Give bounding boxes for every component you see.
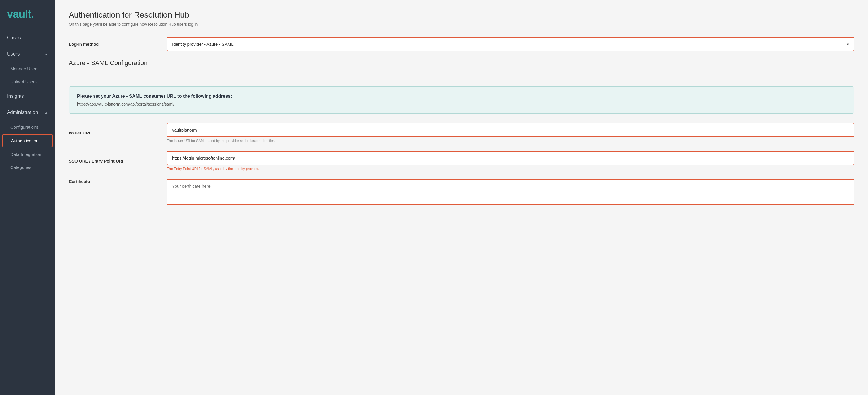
info-box-url: https://app.vaultplatform.com/api/portal… (77, 102, 846, 106)
issuer-uri-label: Issuer URI (69, 131, 167, 135)
login-method-select[interactable]: Identity provider - Azure - SAML Usernam… (167, 37, 854, 51)
issuer-uri-hint: The Issuer URI for SAML, used by the pro… (167, 139, 854, 143)
certificate-input[interactable] (167, 179, 854, 205)
certificate-row: Certificate (69, 179, 854, 206)
sso-url-row: SSO URL / Entry Point URI The Entry Poin… (69, 151, 854, 171)
sso-url-control: The Entry Point URI for SAML, used by th… (167, 151, 854, 171)
sidebar-item-insights[interactable]: Insights (0, 88, 55, 104)
issuer-uri-input[interactable] (167, 123, 854, 137)
sidebar-item-administration[interactable]: Administration ▲ (0, 104, 55, 120)
saml-section-title: Azure - SAML Configuration (69, 59, 854, 67)
chevron-up-icon: ▲ (44, 52, 48, 56)
sso-url-hint: The Entry Point URI for SAML, used by th… (167, 167, 854, 171)
info-box-title: Please set your Azure - SAML consumer UR… (77, 94, 846, 99)
login-method-control: Identity provider - Azure - SAML Usernam… (167, 37, 854, 51)
sidebar-item-label: Cases (7, 35, 21, 41)
chevron-up-icon: ▲ (44, 110, 48, 114)
saml-section: Azure - SAML Configuration Please set yo… (69, 59, 854, 206)
sidebar-item-authentication[interactable]: Authentication (2, 134, 53, 147)
main-content: Authentication for Resolution Hub On thi… (55, 0, 868, 395)
saml-info-box: Please set your Azure - SAML consumer UR… (69, 86, 854, 114)
sidebar-item-data-integration[interactable]: Data Integration (0, 148, 55, 161)
sidebar-item-label: Users (7, 51, 20, 57)
login-method-select-wrapper: Identity provider - Azure - SAML Usernam… (167, 37, 854, 51)
tab-saml-config[interactable] (69, 73, 80, 78)
page-subtitle: On this page you'll be able to configure… (69, 22, 854, 27)
sidebar-item-configurations[interactable]: Configurations (0, 120, 55, 134)
app-logo: vault. (0, 0, 55, 30)
sidebar-item-upload-users[interactable]: Upload Users (0, 75, 55, 88)
saml-tab-bar (69, 73, 854, 78)
issuer-uri-control: The Issuer URI for SAML, used by the pro… (167, 123, 854, 143)
issuer-uri-row: Issuer URI The Issuer URI for SAML, used… (69, 123, 854, 143)
login-method-label: Log-in method (69, 41, 167, 47)
page-title: Authentication for Resolution Hub (69, 10, 854, 20)
sidebar-item-manage-users[interactable]: Manage Users (0, 62, 55, 75)
sso-url-input[interactable] (167, 151, 854, 165)
certificate-label: Certificate (69, 179, 167, 184)
certificate-control (167, 179, 854, 206)
sidebar-item-cases[interactable]: Cases (0, 30, 55, 46)
sso-url-label: SSO URL / Entry Point URI (69, 159, 167, 163)
sidebar-item-categories[interactable]: Categories (0, 161, 55, 174)
sidebar: vault. Cases Users ▲ Manage Users Upload… (0, 0, 55, 395)
sidebar-item-users[interactable]: Users ▲ (0, 46, 55, 62)
sidebar-item-label: Administration (7, 110, 38, 115)
login-method-row: Log-in method Identity provider - Azure … (69, 37, 854, 51)
sidebar-item-label: Insights (7, 93, 24, 99)
